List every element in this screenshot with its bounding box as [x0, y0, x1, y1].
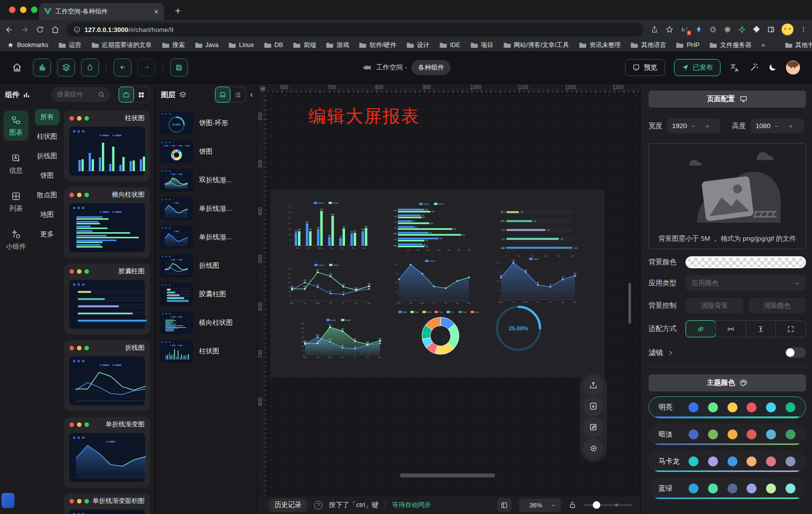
bookmark-folder[interactable]: 资讯未整理	[579, 41, 621, 50]
edit-button[interactable]	[583, 417, 604, 437]
layer-list-view-button[interactable]	[230, 87, 246, 102]
component-card[interactable]: 单折线渐变面积图	[64, 493, 150, 514]
background-upload-dropzone[interactable]: 背景图需小于 5M ， 格式为 png/jpg/gif 的文件	[648, 143, 806, 249]
zoom-slider[interactable]	[584, 504, 632, 506]
component-card[interactable]: 单折线渐变图	[64, 417, 150, 487]
canvas-chart-line-single-gradient[interactable]: data1050100150200MonTueWedThuFriSatSun	[392, 259, 472, 306]
category-图表[interactable]: 图表	[4, 111, 28, 141]
category-列表[interactable]: 列表	[4, 187, 28, 217]
save-button[interactable]	[170, 59, 188, 77]
extension-star-icon[interactable]	[738, 26, 746, 34]
layer-item[interactable]: 横向柱状图	[160, 311, 252, 334]
bookmarks-overflow[interactable]: »	[762, 42, 765, 49]
width-input[interactable]: 1920 − +	[667, 119, 720, 133]
app-type-select[interactable]: 应用颜色	[686, 275, 806, 291]
charts-tool-button[interactable]	[33, 59, 51, 77]
bookmark-folder[interactable]: 其他语言	[630, 41, 666, 50]
extension-circle-icon[interactable]	[709, 26, 717, 34]
bookmark-folder[interactable]: PHP	[676, 42, 700, 49]
share-icon[interactable]	[650, 26, 658, 34]
other-bookmarks[interactable]: 其他书签	[785, 41, 812, 50]
canvas-chart-hbar-grouped[interactable]: data1data2050100150200250300350Sun130160…	[392, 202, 476, 253]
layer-item[interactable]: 单折线渐...	[160, 226, 252, 249]
toolbox-view-button[interactable]	[118, 87, 134, 103]
layer-item[interactable]: 双折线渐...	[160, 169, 252, 192]
dock-icon[interactable]	[2, 493, 14, 508]
grid-view-button[interactable]	[134, 87, 149, 102]
layer-item[interactable]: 单折线渐...	[160, 197, 252, 220]
canvas-chart-ring-progress[interactable]: 25.00%	[494, 300, 544, 353]
canvas-chart-capsule[interactable]: 厦门20南阳40北京60上海80新疆100020406080100	[498, 205, 578, 258]
zoom-slider-thumb[interactable]	[592, 501, 600, 509]
extension-kite-icon[interactable]	[695, 26, 702, 34]
bookmark-folder[interactable]: Linux	[228, 42, 254, 49]
layer-item[interactable]: 柱状图	[160, 340, 252, 363]
browser-tab[interactable]: 工作空间-各种组件 ✕	[39, 3, 164, 20]
bookmark-folder[interactable]: 设计	[406, 41, 430, 50]
browser-profile-avatar[interactable]	[782, 24, 794, 36]
bg-color-swatch[interactable]	[686, 256, 806, 268]
bookmark-folder[interactable]: 软件/硬件	[359, 41, 396, 50]
bookmark-star-icon[interactable]	[666, 26, 674, 34]
export-button[interactable]	[583, 375, 604, 395]
workspace-name-pill[interactable]: 各种组件	[412, 60, 450, 75]
layer-thumbnail-view-button[interactable]	[215, 87, 230, 103]
bookmark-folder[interactable]: 网站/博客/文章/工具	[504, 41, 569, 50]
forward-icon[interactable]	[20, 26, 29, 34]
subcategory-所有[interactable]: 所有	[35, 109, 60, 125]
canvas-chart-line-single-area[interactable]: data10501001502001202001508070110130MonT…	[494, 257, 578, 305]
bookmark-folder[interactable]: 运营	[58, 41, 82, 50]
height-increase-button[interactable]: +	[789, 122, 799, 130]
component-card[interactable]: 折线图	[64, 340, 150, 411]
canvas-chart-bar-grouped[interactable]: data1data2050100150200250300350120130Mon…	[286, 201, 372, 251]
extensions-puzzle-icon[interactable]	[752, 26, 760, 34]
dark-mode-moon-icon[interactable]	[768, 63, 777, 72]
component-card[interactable]: 横向柱状图	[64, 187, 150, 258]
bookmark-folder[interactable]: 搜索	[162, 41, 185, 50]
history-button[interactable]: 历史记录	[268, 498, 308, 512]
layer-item[interactable]: 饼图	[160, 140, 252, 163]
collapse-layers-icon[interactable]: ‹	[250, 90, 253, 100]
site-info-icon[interactable]	[74, 26, 80, 33]
reload-icon[interactable]	[36, 26, 44, 34]
width-decrease-button[interactable]: −	[691, 122, 701, 130]
canvas-area[interactable]: 6007008009001000110012001300 20030040050…	[258, 84, 640, 514]
magic-wand-icon[interactable]	[750, 63, 759, 72]
back-icon[interactable]	[5, 26, 14, 34]
theme-tool-button[interactable]	[81, 59, 99, 77]
import-button[interactable]	[583, 396, 604, 416]
fit-stretch-button[interactable]	[776, 321, 806, 337]
bookmarks-root[interactable]: Bookmarks	[7, 42, 48, 49]
lock-icon[interactable]	[568, 501, 576, 509]
help-icon[interactable]: ?	[314, 501, 322, 509]
height-decrease-button[interactable]: −	[774, 122, 784, 130]
app-home-icon[interactable]	[12, 63, 22, 73]
bookmark-folder[interactable]: Java	[195, 42, 218, 49]
new-tab-button[interactable]: +	[175, 6, 181, 20]
width-increase-button[interactable]: +	[706, 122, 716, 130]
window-controls[interactable]	[9, 7, 38, 13]
subcategory-柱状图[interactable]: 柱状图	[37, 132, 58, 141]
component-card[interactable]: 柱状图	[64, 111, 150, 181]
subcategory-饼图[interactable]: 饼图	[40, 171, 54, 180]
theme-row-暗淡[interactable]: 暗淡	[648, 423, 806, 445]
theme-row-马卡龙[interactable]: 马卡龙	[648, 450, 806, 472]
fit-scale-button[interactable]	[686, 320, 716, 337]
close-window-button[interactable]	[9, 7, 16, 13]
minimize-window-button[interactable]	[20, 7, 26, 13]
redo-button[interactable]	[138, 59, 156, 77]
canvas-chart-pie-donut[interactable]: MonTueWedThuFriSatSun	[396, 310, 486, 356]
category-小组件[interactable]: 小组件	[4, 225, 28, 255]
address-bar[interactable]: 127.0.0.1:3000/#/chart/home/9	[66, 23, 644, 37]
settings-button[interactable]	[583, 438, 604, 458]
language-icon[interactable]: 文A	[730, 63, 740, 73]
theme-row-明亮[interactable]: 明亮	[648, 396, 806, 418]
preview-button[interactable]: 预览	[625, 59, 665, 76]
clear-color-button[interactable]: 清除颜色	[748, 298, 806, 313]
layer-item[interactable]: 胶囊柱图	[160, 283, 252, 306]
horizontal-scrollbar[interactable]	[400, 473, 495, 477]
ruler-eye-icon[interactable]	[258, 84, 268, 94]
bookmark-folder[interactable]: IDE	[440, 42, 460, 49]
bookmark-folder[interactable]: 项目	[470, 41, 494, 50]
layer-item[interactable]: 折线图	[160, 254, 252, 277]
